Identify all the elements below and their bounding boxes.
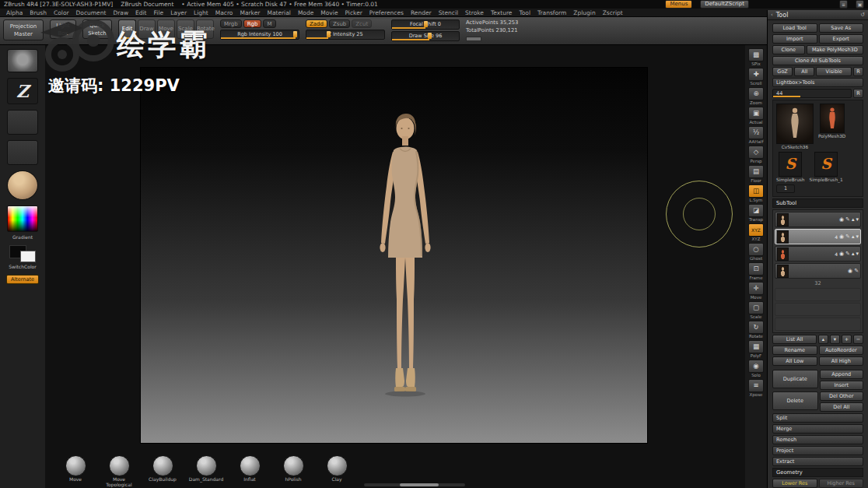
alternate-button[interactable]: Alternate <box>6 275 39 284</box>
goz-all-button[interactable]: All <box>794 67 814 76</box>
autoreorder-button[interactable]: AutoReorder <box>819 346 864 355</box>
strip-transparent[interactable]: ◪Transp <box>748 204 764 222</box>
tool-stepper[interactable]: 1 <box>776 184 795 193</box>
subtool-section-header[interactable]: SubTool <box>772 198 863 208</box>
current-brush-thumbnail[interactable] <box>7 49 38 72</box>
simplebrush-thumbnail[interactable]: S <box>779 152 802 177</box>
slider-knob[interactable] <box>327 31 331 37</box>
window-config-icon[interactable]: ▣ <box>856 0 864 9</box>
zcut-toggle[interactable]: Zcut <box>352 19 372 28</box>
clone-button[interactable]: Clone <box>772 45 805 54</box>
default-zscript-button[interactable]: DefaultZScript <box>700 0 749 9</box>
tool-memory-slider[interactable]: 44 <box>772 89 852 98</box>
tray-brush-hpolish[interactable]: hPolish <box>275 455 311 488</box>
tray-brush-inflat[interactable]: Inflat <box>232 455 268 488</box>
menu-render[interactable]: Render <box>411 9 432 16</box>
strip-xyz[interactable]: XYZXYZ <box>748 223 764 241</box>
higher-res-button[interactable]: Higher Res <box>819 479 864 488</box>
move-up-icon[interactable]: ▴ <box>852 251 855 257</box>
r-small-button[interactable]: R <box>853 89 863 98</box>
del-all-button[interactable]: Del All <box>820 402 864 412</box>
rgb-toggle[interactable]: Rgb <box>243 19 262 28</box>
save-as-button[interactable]: Save As <box>819 23 864 33</box>
scrollbar-thumb[interactable] <box>400 483 439 486</box>
merge-section[interactable]: Merge <box>772 424 863 434</box>
alpha-thumbnail[interactable] <box>7 110 38 135</box>
menu-edit[interactable]: Edit <box>135 9 147 16</box>
visibility-eye-icon[interactable]: ◉ <box>848 268 852 274</box>
menu-zscript[interactable]: Zscript <box>603 9 623 16</box>
del-other-button[interactable]: Del Other <box>820 391 864 401</box>
all-low-button[interactable]: All Low <box>772 356 817 366</box>
menu-stroke[interactable]: Stroke <box>465 9 484 16</box>
menu-draw[interactable]: Draw <box>113 9 128 16</box>
texture-thumbnail[interactable] <box>7 140 38 165</box>
document-area[interactable] <box>140 67 648 444</box>
rgb-intensity-slider[interactable]: Rgb Intensity 100 <box>220 30 299 40</box>
export-button[interactable]: Export <box>819 34 864 44</box>
strip-aahalf[interactable]: ½AAHalf <box>748 126 764 144</box>
zsub-toggle[interactable]: Zsub <box>329 19 350 28</box>
strip-xpose[interactable]: ≡Xpose <box>748 379 764 397</box>
list-all-button[interactable]: List All <box>772 335 817 344</box>
menu-macro[interactable]: Macro <box>215 9 233 16</box>
make-polymesh3d-button[interactable]: Make PolyMesh3D <box>807 45 863 54</box>
slider-knob[interactable] <box>428 33 432 39</box>
subtool-remove-button[interactable]: − <box>853 335 863 344</box>
subtool-empty-slot[interactable] <box>775 288 861 301</box>
menu-alpha[interactable]: Alpha <box>6 9 23 16</box>
insert-button[interactable]: Insert <box>820 381 864 390</box>
load-tool-button[interactable]: Load Tool <box>772 23 817 33</box>
tool-palette-header[interactable]: ‹ Tool ↺ <box>768 10 868 20</box>
strip-ghost[interactable]: ○Ghost <box>748 243 764 261</box>
secondary-color-swatch[interactable] <box>20 251 36 262</box>
refresh-icon[interactable]: ↺ <box>860 12 865 18</box>
polymesh3d-thumbnail[interactable] <box>820 104 845 133</box>
current-stroke-thumbnail[interactable]: Z <box>7 78 38 104</box>
horizontal-scrollbar[interactable] <box>364 483 465 486</box>
paint-pen-icon[interactable]: ✎ <box>845 216 850 223</box>
subtool-row-4[interactable]: ◉ ✎ <box>775 263 861 279</box>
tray-brush-clay[interactable]: Clay <box>319 455 355 488</box>
strip-scroll[interactable]: ✚Scroll <box>748 68 764 86</box>
subtool-down-button[interactable]: ▾ <box>830 335 840 344</box>
sculpt-model-female-figure[interactable] <box>335 110 475 399</box>
color-picker[interactable] <box>7 205 38 232</box>
slider-knob[interactable] <box>293 31 297 37</box>
tray-brush-dam-standard[interactable]: Dam_Standard <box>188 455 224 488</box>
remesh-section[interactable]: Remesh <box>772 435 863 444</box>
split-section[interactable]: Split <box>772 413 863 423</box>
tray-brush-claybuildup[interactable]: ClayBuildup <box>145 455 180 488</box>
lightbox-tools-button[interactable]: Lightbox>Tools <box>772 78 863 87</box>
menu-layer[interactable]: Layer <box>170 9 187 16</box>
strip-move[interactable]: ✛Move <box>748 282 764 300</box>
strip-scale[interactable]: ▢Scale <box>748 301 764 319</box>
simplebrush1-thumbnail[interactable]: S <box>814 152 838 177</box>
duplicate-button[interactable]: Duplicate <box>772 370 818 388</box>
menu-movie[interactable]: Movie <box>320 9 338 16</box>
subtool-up-button[interactable]: ▴ <box>818 335 828 344</box>
project-section[interactable]: Project <box>772 446 863 455</box>
lower-res-button[interactable]: Lower Res <box>772 479 817 488</box>
menu-color[interactable]: Color <box>54 9 69 16</box>
strip-actual[interactable]: ▣Actual <box>748 107 764 125</box>
z-intensity-slider[interactable]: Z Intensity 25 <box>306 30 385 40</box>
visibility-eye-icon[interactable]: ◉ <box>839 233 844 240</box>
menu-brush[interactable]: Brush <box>30 9 47 16</box>
move-down-icon[interactable]: ▾ <box>856 233 859 240</box>
viewport-canvas[interactable]: Move Move Topological ClayBuildup Dam_St… <box>45 45 745 488</box>
strip-local-symmetry[interactable]: ◫L.Sym <box>748 184 764 202</box>
goz-r-button[interactable]: R <box>853 67 863 76</box>
m-toggle[interactable]: M <box>263 19 275 28</box>
move-up-icon[interactable]: ▴ <box>852 233 855 240</box>
draw-size-slider[interactable]: Draw Size 96 <box>391 31 460 41</box>
menu-picker[interactable]: Picker <box>345 9 362 16</box>
focal-shift-slider[interactable]: Focal Shift 0 <box>391 19 460 30</box>
slider-knob[interactable] <box>424 21 428 27</box>
paint-pen-icon[interactable]: ✎ <box>845 233 850 240</box>
strip-frame[interactable]: ⊡Frame <box>748 262 764 280</box>
subtool-row-2-selected[interactable]: 4 ◉ ✎ ▴ ▾ <box>775 229 861 244</box>
chevron-left-icon[interactable]: ‹ <box>771 12 773 18</box>
menu-material[interactable]: Material <box>267 9 290 16</box>
strip-persp[interactable]: ◇Persp <box>748 146 764 163</box>
